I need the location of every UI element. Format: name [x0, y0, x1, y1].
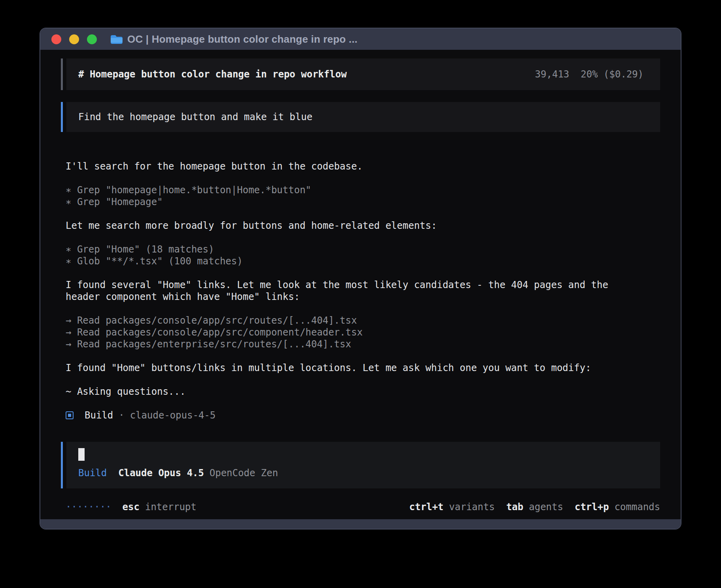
esc-hint: escinterrupt	[123, 501, 196, 513]
asking-questions-status: ~ Asking questions...	[66, 386, 631, 398]
variants-hint: ctrl+tvariants	[409, 501, 495, 513]
context-usage: 20% ($0.29)	[581, 69, 644, 80]
agent-model: claude-opus-4-5	[130, 409, 216, 421]
terminal-content: # Homepage button color change in repo w…	[40, 50, 681, 519]
token-count: 39,413	[535, 69, 569, 80]
ctrl-t-key: ctrl+t	[409, 501, 444, 513]
conversation: I'll search for the homepage button in t…	[61, 160, 660, 433]
assistant-paragraph: I found several "Home" links. Let me loo…	[66, 279, 660, 303]
commands-label: commands	[614, 501, 660, 513]
prompt-input[interactable]: BuildClaude Opus 4.5OpenCode Zen	[61, 442, 660, 488]
session-stats: 39,41320% ($0.29)	[535, 68, 644, 80]
minimize-button[interactable]	[69, 34, 79, 44]
keyboard-hints: ctrl+tvariants tabagents ctrl+pcommands	[398, 501, 660, 513]
text-cursor	[78, 448, 85, 461]
provider-name: OpenCode Zen	[210, 467, 278, 479]
user-message-text: Find the homepage button and make it blu…	[78, 111, 312, 122]
assistant-text: I found several "Home" links. Let me loo…	[66, 279, 631, 303]
tool-call-read: → Read packages/enterprise/src/routes/[.…	[66, 338, 660, 350]
agent-name: Build	[85, 409, 113, 421]
agent-row: Build · claude-opus-4-5	[66, 409, 660, 421]
mode-badge[interactable]: Build	[78, 467, 107, 479]
window-bottom-strip	[40, 519, 681, 529]
tool-call-grep: ∗ Grep "Home" (18 matches)	[66, 243, 660, 255]
input-line[interactable]	[78, 448, 644, 461]
traffic-lights	[51, 34, 97, 44]
session-header: # Homepage button color change in repo w…	[61, 58, 660, 90]
assistant-text: I found "Home" buttons/links in multiple…	[66, 362, 631, 374]
maximize-button[interactable]	[87, 34, 97, 44]
agents-label: agents	[529, 501, 563, 513]
assistant-text: Let me search more broadly for buttons a…	[66, 220, 631, 232]
tool-call-glob: ∗ Glob "**/*.tsx" (100 matches)	[66, 255, 660, 267]
variants-label: variants	[449, 501, 495, 513]
model-name[interactable]: Claude Opus 4.5	[118, 467, 204, 479]
esc-key: esc	[123, 501, 140, 513]
spinner-dots: ········	[66, 501, 111, 513]
status-line: ~ Asking questions...	[66, 386, 660, 398]
window-title: OC | Homepage button color change in rep…	[127, 33, 358, 45]
tool-call-group: ∗ Grep "homepage|home.*button|Home.*butt…	[66, 184, 660, 208]
tool-call-read: → Read packages/console/app/src/routes/[…	[66, 315, 660, 326]
session-title: # Homepage button color change in repo w…	[78, 68, 347, 80]
agent-separator: ·	[119, 409, 124, 421]
status-bar: ········ escinterrupt ctrl+tvariants tab…	[61, 501, 660, 513]
terminal-window: OC | Homepage button color change in rep…	[40, 28, 681, 530]
close-button[interactable]	[51, 34, 61, 44]
agent-build-icon	[66, 411, 74, 419]
tool-call-grep: ∗ Grep "Homepage"	[66, 196, 660, 208]
user-message: Find the homepage button and make it blu…	[61, 102, 660, 132]
tool-call-read: → Read packages/console/app/src/componen…	[66, 326, 660, 338]
commands-hint: ctrl+pcommands	[575, 501, 660, 513]
assistant-paragraph: I'll search for the homepage button in t…	[66, 160, 660, 172]
assistant-paragraph: I found "Home" buttons/links in multiple…	[66, 362, 660, 374]
window-titlebar[interactable]: OC | Homepage button color change in rep…	[40, 28, 681, 50]
tool-call-group: → Read packages/console/app/src/routes/[…	[66, 315, 660, 350]
ctrl-p-key: ctrl+p	[575, 501, 609, 513]
model-row: BuildClaude Opus 4.5OpenCode Zen	[78, 467, 644, 479]
assistant-paragraph: Let me search more broadly for buttons a…	[66, 220, 660, 232]
esc-label: interrupt	[145, 501, 196, 513]
tab-key: tab	[506, 501, 523, 513]
tool-call-grep: ∗ Grep "homepage|home.*button|Home.*butt…	[66, 184, 660, 196]
agents-hint: tabagents	[506, 501, 563, 513]
tool-call-group: ∗ Grep "Home" (18 matches) ∗ Glob "**/*.…	[66, 243, 660, 267]
folder-icon	[110, 34, 123, 44]
assistant-text: I'll search for the homepage button in t…	[66, 160, 631, 172]
